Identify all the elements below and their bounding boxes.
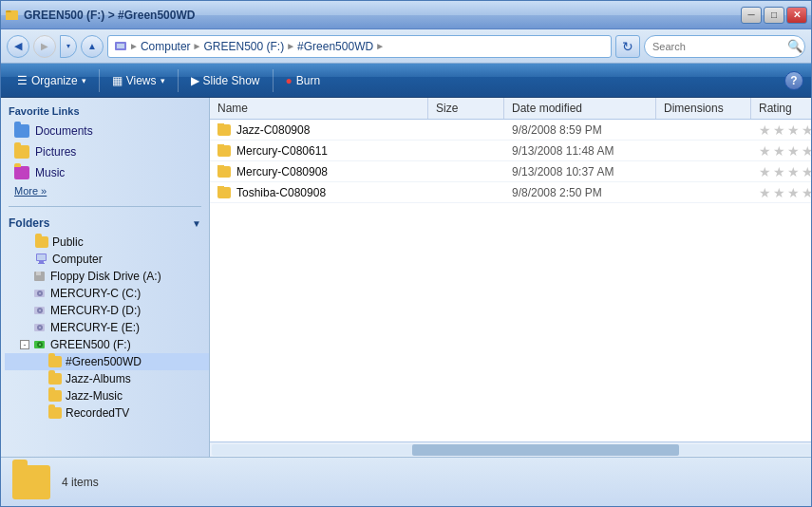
star-1[interactable]: ★	[759, 143, 771, 159]
minimize-button[interactable]: ─	[741, 7, 762, 24]
folders-collapse-icon: ▼	[192, 218, 201, 229]
file-name-mercury-908: Mercury-C080908	[210, 165, 428, 178]
disk-c-icon	[33, 287, 47, 300]
star-4[interactable]: ★	[802, 122, 811, 138]
star-2[interactable]: ★	[773, 143, 785, 159]
file-rating-mercury-908[interactable]: ★ ★ ★ ★ ★	[751, 164, 811, 179]
star-1[interactable]: ★	[759, 164, 771, 179]
star-1[interactable]: ★	[759, 185, 771, 200]
organize-icon: ☰	[17, 74, 28, 87]
organize-button[interactable]: ☰ Organize ▾	[9, 67, 95, 94]
green500-expand-icon[interactable]: -	[20, 340, 29, 349]
file-rating-toshiba[interactable]: ★ ★ ★ ★ ★	[751, 185, 811, 200]
sidebar: Favorite Links Documents Pictures	[1, 98, 210, 457]
star-4[interactable]: ★	[802, 185, 811, 200]
col-header-dimensions[interactable]: Dimensions	[656, 98, 751, 119]
disk-d-icon	[33, 304, 47, 317]
file-row-toshiba[interactable]: Toshiba-C080908 9/8/2008 2:50 PM ★ ★ ★ ★…	[210, 182, 811, 203]
svg-rect-5	[37, 254, 46, 260]
folder-tree: Public Computer	[1, 234, 209, 457]
svg-point-21	[39, 344, 41, 346]
star-3[interactable]: ★	[787, 185, 800, 200]
tree-item-jazz-music[interactable]: Jazz-Music	[5, 387, 209, 404]
star-3[interactable]: ★	[787, 143, 800, 159]
up-button[interactable]: ▲	[81, 35, 104, 58]
organize-dropdown-icon: ▾	[82, 76, 86, 85]
public-folder-icon	[35, 236, 48, 248]
computer-icon	[35, 253, 48, 266]
tree-item-computer[interactable]: Computer	[5, 251, 209, 268]
path-computer[interactable]: Computer	[141, 40, 191, 53]
sidebar-divider	[9, 206, 201, 207]
file-name-mercury-611: Mercury-C080611	[210, 144, 428, 158]
star-2[interactable]: ★	[773, 122, 785, 138]
favorite-links-section: Favorite Links Documents Pictures	[1, 98, 209, 202]
horizontal-scrollbar[interactable]	[210, 441, 811, 457]
floppy-icon	[33, 270, 47, 283]
file-row-mercury-908[interactable]: Mercury-C080908 9/13/2008 10:37 AM ★ ★ ★…	[210, 161, 811, 182]
tree-item-mercury-d[interactable]: MERCURY-D (D:)	[5, 302, 209, 319]
search-input[interactable]	[652, 41, 784, 52]
col-header-name[interactable]: Name	[210, 98, 428, 119]
help-button[interactable]: ?	[784, 71, 803, 90]
star-3[interactable]: ★	[787, 164, 800, 179]
hscroll-thumb[interactable]	[412, 444, 679, 456]
file-row-mercury-611[interactable]: Mercury-C080611 9/13/2008 11:48 AM ★ ★ ★…	[210, 141, 811, 161]
hscroll-track	[212, 444, 811, 456]
tree-item-jazz-albums[interactable]: Jazz-Albums	[5, 370, 209, 387]
svg-rect-3	[117, 44, 124, 48]
folders-header[interactable]: Folders ▼	[1, 211, 209, 234]
forward-button[interactable]: ▶	[33, 35, 56, 58]
star-4[interactable]: ★	[802, 143, 811, 159]
svg-point-18	[39, 327, 41, 329]
sidebar-item-pictures[interactable]: Pictures	[9, 141, 201, 162]
path-folder[interactable]: #Green500WD	[297, 40, 373, 53]
tree-item-green500wd[interactable]: #Green500WD	[5, 353, 209, 370]
file-date-mercury-908: 9/13/2008 10:37 AM	[504, 165, 656, 178]
burn-button[interactable]: ● Burn	[277, 67, 330, 94]
tree-item-public[interactable]: Public	[5, 234, 209, 251]
file-rating-mercury-611[interactable]: ★ ★ ★ ★ ★	[751, 143, 811, 159]
forward-dropdown-button[interactable]: ▾	[60, 35, 77, 58]
jazz-albums-folder-icon	[48, 373, 62, 385]
refresh-button[interactable]: ↻	[615, 35, 640, 58]
back-button[interactable]: ◀	[7, 35, 29, 58]
slideshow-button[interactable]: ▶ Slide Show	[182, 67, 269, 94]
file-rating-jazz[interactable]: ★ ★ ★ ★ ★	[751, 122, 811, 138]
window: GREEN500 (F:) > #Green500WD ─ □ ✕ ◀ ▶ ▾ …	[0, 0, 812, 507]
more-link[interactable]: More »	[9, 183, 201, 198]
col-header-size[interactable]: Size	[428, 98, 504, 119]
sidebar-item-music[interactable]: Music	[9, 162, 201, 183]
address-path[interactable]: ► Computer ► GREEN500 (F:) ► #Green500WD…	[107, 35, 612, 58]
star-2[interactable]: ★	[773, 164, 785, 179]
search-icon[interactable]: 🔍	[787, 39, 803, 53]
views-button[interactable]: ▦ Views ▾	[104, 67, 174, 94]
path-drive[interactable]: GREEN500 (F:)	[204, 40, 285, 53]
green-disk-icon	[33, 338, 47, 351]
window-icon	[5, 8, 20, 23]
separator-3	[273, 69, 274, 92]
file-row-jazz[interactable]: Jazz-C080908 9/8/2008 8:59 PM ★ ★ ★ ★ ★	[210, 120, 811, 141]
svg-point-12	[39, 292, 41, 294]
svg-point-15	[39, 310, 41, 311]
tree-item-green500[interactable]: - GREEN500 (F:)	[5, 336, 209, 353]
title-bar-left: GREEN500 (F:) > #Green500WD	[5, 8, 195, 23]
tree-item-floppy[interactable]: Floppy Disk Drive (A:)	[5, 268, 209, 285]
slideshow-icon: ▶	[191, 74, 199, 87]
sidebar-item-documents[interactable]: Documents	[9, 121, 201, 141]
close-button[interactable]: ✕	[786, 7, 807, 24]
star-2[interactable]: ★	[773, 185, 785, 200]
maximize-button[interactable]: □	[764, 7, 784, 24]
col-header-rating[interactable]: Rating	[751, 98, 811, 119]
col-header-date[interactable]: Date modified	[504, 98, 656, 119]
star-4[interactable]: ★	[802, 164, 811, 179]
tree-item-mercury-e[interactable]: MERCURY-E (E:)	[5, 319, 209, 336]
star-3[interactable]: ★	[787, 122, 800, 138]
file-list: Jazz-C080908 9/8/2008 8:59 PM ★ ★ ★ ★ ★	[210, 120, 811, 441]
views-icon: ▦	[112, 74, 123, 87]
toshiba-folder-icon	[217, 187, 231, 198]
status-bar: 4 items	[1, 457, 811, 506]
tree-item-mercury-c[interactable]: MERCURY-C (C:)	[5, 285, 209, 302]
tree-item-recorded-tv[interactable]: RecordedTV	[5, 404, 209, 422]
star-1[interactable]: ★	[759, 122, 771, 138]
